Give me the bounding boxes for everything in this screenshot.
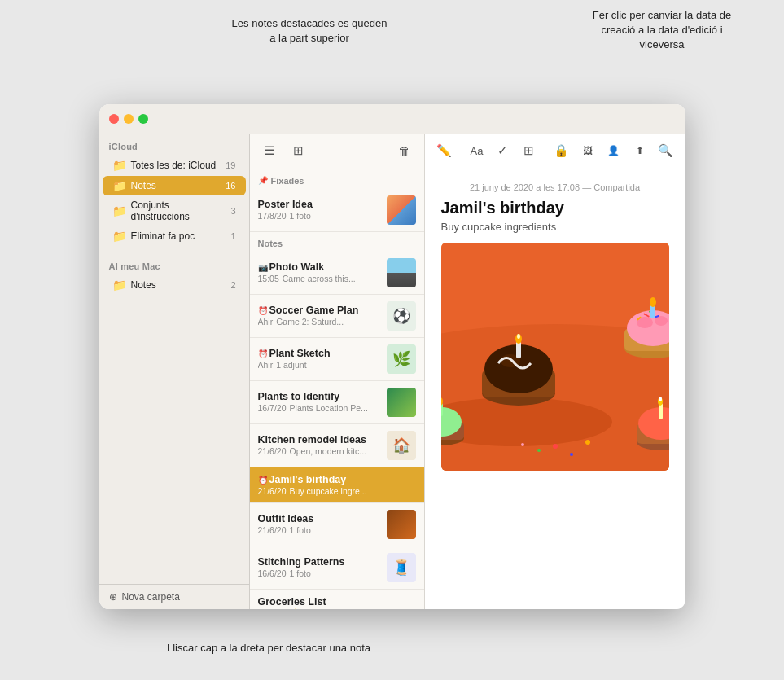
pinned-label: Fixades [271, 176, 304, 186]
note-date: 21/6/20 [258, 525, 287, 535]
format-button[interactable]: Aa [467, 139, 487, 162]
note-meta: 15:05 Came across this... [258, 274, 380, 283]
pinned-section-label: 📌 Fixades [250, 169, 424, 189]
detail-date[interactable]: 21 juny de 2020 a les 17:08 — Compartida [441, 182, 669, 192]
sidebar-item-totes[interactable]: 📁 Totes les de: iCloud 19 [103, 156, 246, 175]
note-item-poster[interactable]: Poster Idea 17/8/20 1 foto [250, 189, 424, 232]
note-title: Kitchen remodel ideas [258, 434, 380, 445]
search-button[interactable]: 🔍 [656, 139, 676, 162]
note-text: Poster Idea 17/8/20 1 foto [258, 199, 380, 221]
minimize-button[interactable] [124, 114, 134, 124]
sidebar-item-count: 16 [226, 181, 235, 191]
folder-icon: 📁 [112, 204, 126, 217]
note-title: ⏰Soccer Game Plan [258, 305, 380, 316]
sidebar-item-eliminat[interactable]: 📁 Eliminat fa poc 1 [103, 226, 246, 246]
list-view-button[interactable]: ☰ [258, 139, 281, 162]
note-thumbnail: 🌿 [387, 344, 416, 374]
note-thumbnail: ⚽ [387, 301, 416, 331]
note-text: ⏰Soccer Game Plan Ahir Game 2: Saturd... [258, 305, 380, 327]
detail-toolbar: ✏️ Aa ✓ ⊞ 🔒 🖼 👤 ⬆ 🔍 [425, 134, 685, 169]
share-people-button[interactable]: 👤 [604, 139, 624, 162]
note-meta: 16/6/20 🌟 Bananas [258, 608, 416, 609]
note-item-stitching[interactable]: Stitching Patterns 16/6/20 1 foto 🧵 [250, 546, 424, 590]
close-button[interactable] [109, 114, 119, 124]
note-thumbnail: 🧵 [387, 553, 416, 582]
new-folder-button[interactable]: ⊕ Nova carpeta [109, 591, 239, 603]
regular-notes: 📷Photo Walk 15:05 Came across this... ⏰S… [250, 252, 424, 609]
note-title: Stitching Patterns [258, 556, 380, 568]
note-preview: 🌟 Bananas [290, 608, 336, 609]
note-meta: 21/6/20 Open, modern kitc... [258, 446, 380, 456]
note-detail-panel: ✏️ Aa ✓ ⊞ 🔒 🖼 👤 ⬆ 🔍 21 juny de 2020 a le… [425, 134, 685, 609]
notes-section-label: Notes [250, 232, 424, 252]
note-date: 16/6/20 [258, 568, 287, 578]
note-item-groceries[interactable]: Groceries List 16/6/20 🌟 Bananas [250, 590, 424, 609]
notes-list-content: 📌 Fixades Poster Idea 17/8/20 1 foto Not… [250, 169, 424, 609]
sidebar-item-notes[interactable]: 📁 Notes 16 [103, 176, 246, 195]
note-thumbnail [387, 195, 416, 225]
note-item-soccer[interactable]: ⏰Soccer Game Plan Ahir Game 2: Saturd...… [250, 295, 424, 338]
titlebar [99, 104, 685, 134]
maximize-button[interactable] [138, 114, 148, 124]
folder-icon: 📁 [112, 179, 126, 192]
note-item-jamil[interactable]: ⭐ ⏰Jamil's birthday 21/6/20 Buy cupcake … [250, 467, 424, 503]
grid-view-button[interactable]: ⊞ [287, 139, 310, 162]
sidebar-icloud-items: 📁 Totes les de: iCloud 19 📁 Notes 16 📁 C… [99, 155, 249, 247]
annotation-top-center: Les notes destacades es queden a la part… [228, 16, 391, 46]
sidebar-item-count: 2 [230, 280, 235, 290]
svg-rect-30 [659, 403, 663, 419]
checklist-button[interactable]: ✓ [493, 139, 513, 162]
delete-button[interactable]: 🗑 [393, 139, 416, 162]
folder-icon: 📁 [112, 159, 126, 172]
note-date: 21/6/20 [258, 486, 287, 496]
note-meta: Ahir 1 adjunt [258, 360, 380, 370]
main-window: iCloud 📁 Totes les de: iCloud 19 📁 Notes… [99, 104, 685, 609]
note-icon: ⏰ [258, 349, 268, 358]
note-item-kitchen[interactable]: Kitchen remodel ideas 21/6/20 Open, mode… [250, 424, 424, 467]
note-thumbnail [387, 510, 416, 539]
note-preview: Game 2: Saturd... [276, 317, 344, 327]
plus-icon: ⊕ [109, 591, 117, 603]
note-preview: Came across this... [283, 274, 356, 283]
note-date: 15:05 [258, 274, 279, 283]
note-title: ⏰Plant Sketch [258, 348, 380, 359]
note-item-plants-identify[interactable]: Plants to Identify 16/7/20 Plants Locati… [250, 381, 424, 424]
note-preview: 1 foto [290, 525, 311, 535]
sidebar-item-notes-mac[interactable]: 📁 Notes 2 [103, 275, 246, 295]
detail-subtitle: Buy cupcake ingredients [441, 221, 669, 233]
sidebar-item-conjunts[interactable]: 📁 Conjunts d'instruccions 3 [103, 196, 246, 226]
note-preview: 1 foto [290, 568, 311, 578]
note-preview: 1 adjunt [276, 360, 306, 370]
lock-button[interactable]: 🔒 [552, 139, 572, 162]
notes-label: Notes [258, 239, 283, 248]
note-title: Groceries List [258, 596, 416, 608]
compose-button[interactable]: ✏️ [435, 139, 454, 162]
note-meta: 21/6/20 1 foto [258, 525, 380, 535]
svg-point-38 [537, 449, 541, 452]
media-button[interactable]: 🖼 [578, 139, 598, 162]
note-text: Kitchen remodel ideas 21/6/20 Open, mode… [258, 434, 380, 456]
note-meta: 21/6/20 Buy cupcake ingre... [258, 486, 416, 496]
note-text: Groceries List 16/6/20 🌟 Bananas [258, 596, 416, 609]
note-item-photo-walk[interactable]: 📷Photo Walk 15:05 Came across this... [250, 252, 424, 295]
note-date: Ahir [258, 360, 274, 370]
sidebar-item-label: Notes [131, 180, 221, 191]
table-button[interactable]: ⊞ [519, 139, 539, 162]
note-date: 16/6/20 [258, 608, 287, 609]
note-item-plant-sketch[interactable]: ⏰Plant Sketch Ahir 1 adjunt 🌿 [250, 338, 424, 381]
pin-icon: 📌 [258, 176, 268, 185]
note-item-outfit[interactable]: Outfit Ideas 21/6/20 1 foto [250, 503, 424, 546]
note-icon: ⏰ [258, 476, 268, 485]
svg-point-20 [650, 297, 656, 307]
sidebar-item-count: 3 [230, 206, 235, 216]
note-meta: 16/7/20 Plants Location Pe... [258, 403, 380, 413]
note-meta: 16/6/20 1 foto [258, 568, 380, 578]
note-preview: Buy cupcake ingre... [290, 486, 367, 496]
share-button[interactable]: ⬆ [630, 139, 650, 162]
sidebar: iCloud 📁 Totes les de: iCloud 19 📁 Notes… [99, 134, 250, 609]
note-title: 📷Photo Walk [258, 261, 380, 273]
sidebar-item-label: Conjunts d'instruccions [131, 200, 226, 222]
sidebar-section-icloud: iCloud [99, 134, 249, 155]
note-thumbnail: 🏠 [387, 431, 416, 460]
note-meta: Ahir Game 2: Saturd... [258, 317, 380, 327]
